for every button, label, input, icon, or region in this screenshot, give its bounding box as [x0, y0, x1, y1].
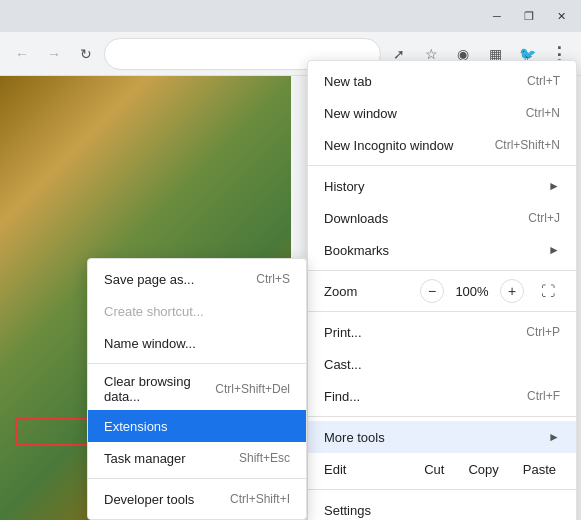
cut-button[interactable]: Cut — [412, 458, 456, 481]
menu-item-downloads[interactable]: Downloads Ctrl+J — [308, 202, 576, 234]
submenu-item-extensions[interactable]: Extensions — [88, 410, 306, 442]
paste-button[interactable]: Paste — [511, 458, 568, 481]
zoom-minus-button[interactable]: − — [420, 279, 444, 303]
main-menu: New tab Ctrl+T New window Ctrl+N New Inc… — [307, 60, 577, 520]
menu-item-cast[interactable]: Cast... — [308, 348, 576, 380]
menu-separator-2 — [308, 270, 576, 271]
fullscreen-button[interactable]: ⛶ — [536, 279, 560, 303]
browser-frame: ─ ❐ ✕ ← → ↻ ➚ ☆ ◉ ▦ 🐦 ⋮ Save page as... … — [0, 0, 581, 520]
menu-item-print[interactable]: Print... Ctrl+P — [308, 316, 576, 348]
submenu-separator-1 — [88, 363, 306, 364]
forward-icon[interactable]: → — [40, 40, 68, 68]
refresh-icon[interactable]: ↻ — [72, 40, 100, 68]
copy-button[interactable]: Copy — [456, 458, 510, 481]
submenu-item-save-page[interactable]: Save page as... Ctrl+S — [88, 263, 306, 295]
zoom-row: Zoom − 100% + ⛶ — [308, 275, 576, 307]
menu-item-new-window[interactable]: New window Ctrl+N — [308, 97, 576, 129]
menu-item-settings[interactable]: Settings — [308, 494, 576, 520]
minimize-button[interactable]: ─ — [481, 0, 513, 32]
menu-item-bookmarks[interactable]: Bookmarks ► — [308, 234, 576, 266]
submenu-separator-2 — [88, 478, 306, 479]
menu-separator-3 — [308, 311, 576, 312]
submenu-item-task-manager[interactable]: Task manager Shift+Esc — [88, 442, 306, 474]
menu-separator-4 — [308, 416, 576, 417]
back-icon[interactable]: ← — [8, 40, 36, 68]
submenu-item-developer-tools[interactable]: Developer tools Ctrl+Shift+I — [88, 483, 306, 515]
menu-separator-5 — [308, 489, 576, 490]
menu-item-history[interactable]: History ► — [308, 170, 576, 202]
title-bar: ─ ❐ ✕ — [0, 0, 581, 32]
submenu-item-clear-browsing[interactable]: Clear browsing data... Ctrl+Shift+Del — [88, 368, 306, 410]
more-tools-submenu: Save page as... Ctrl+S Create shortcut..… — [87, 258, 307, 520]
edit-row: Edit Cut Copy Paste — [308, 453, 576, 485]
submenu-item-create-shortcut[interactable]: Create shortcut... — [88, 295, 306, 327]
menu-item-new-incognito[interactable]: New Incognito window Ctrl+Shift+N — [308, 129, 576, 161]
menu-separator-1 — [308, 165, 576, 166]
menu-item-more-tools[interactable]: More tools ► — [308, 421, 576, 453]
close-button[interactable]: ✕ — [545, 0, 577, 32]
menu-item-new-tab[interactable]: New tab Ctrl+T — [308, 65, 576, 97]
submenu-item-name-window[interactable]: Name window... — [88, 327, 306, 359]
zoom-controls: − 100% + ⛶ — [420, 279, 560, 303]
zoom-plus-button[interactable]: + — [500, 279, 524, 303]
restore-button[interactable]: ❐ — [513, 0, 545, 32]
menu-item-find[interactable]: Find... Ctrl+F — [308, 380, 576, 412]
